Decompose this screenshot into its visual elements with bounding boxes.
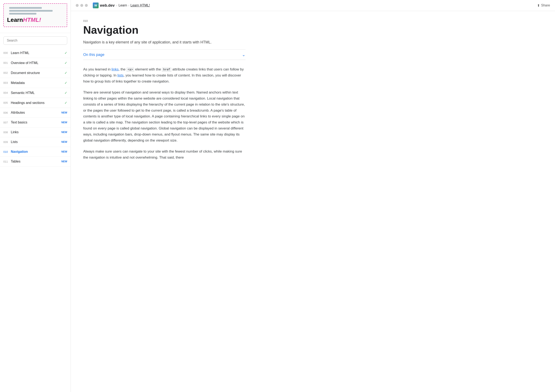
share-button[interactable]: ⬆ Share (537, 4, 550, 7)
nav-item-check-001: ✓ (65, 61, 67, 65)
nav-item-num-002: 002 (3, 71, 11, 74)
nav-item-004[interactable]: 004Semantic HTML✓ (0, 88, 71, 98)
nav-item-008[interactable]: 008LinksNEW (0, 128, 71, 137)
nav-item-007[interactable]: 007Text basicsNEW (0, 118, 71, 128)
nav-item-check-002: ✓ (65, 71, 67, 75)
nav-item-010[interactable]: 010NavigationNEW (0, 147, 71, 157)
nav-item-num-000: 000 (3, 51, 11, 54)
nav-item-label-006: Attributes (11, 111, 60, 114)
nav-item-009[interactable]: 009ListsNEW (0, 137, 71, 147)
nav-item-num-001: 001 (3, 61, 11, 64)
preview-line-1 (9, 7, 42, 9)
links-link[interactable]: links (111, 67, 119, 71)
search-box[interactable] (3, 36, 67, 45)
nav-item-badge-011: NEW (61, 160, 67, 163)
nav-item-num-004: 004 (3, 91, 11, 94)
webdev-logo-icon: W (93, 2, 99, 8)
logo-html-text: HTML! (23, 17, 41, 23)
nav-item-num-011: 011 (3, 160, 11, 163)
nav-item-000[interactable]: 000Learn HTML✓ (0, 48, 71, 58)
nav-item-label-003: Metadata (11, 81, 63, 85)
breadcrumb-current[interactable]: Learn HTML! (131, 4, 150, 7)
nav-item-label-008: Links (11, 130, 60, 134)
browser-controls (76, 4, 88, 7)
nav-item-num-009: 009 (3, 141, 11, 144)
preview-line-3 (9, 13, 37, 14)
href-attr-code: href (162, 68, 171, 72)
breadcrumb-sep-1: › (116, 4, 117, 7)
content-area: 010 Navigation Navigation is a key eleme… (71, 11, 258, 392)
nav-item-badge-008: NEW (61, 131, 67, 134)
top-nav-left: W web.dev › Learn › Learn HTML! (76, 2, 150, 8)
nav-item-label-002: Document structure (11, 71, 63, 75)
logo-preview: LearnHTML! (3, 3, 67, 27)
article-paragraph-2: There are several types of navigation an… (83, 90, 245, 144)
nav-item-label-011: Tables (11, 160, 60, 163)
browser-btn-minimize (80, 4, 83, 7)
nav-item-002[interactable]: 002Document structure✓ (0, 68, 71, 78)
nav-item-badge-009: NEW (61, 141, 67, 143)
nav-item-label-004: Semantic HTML (11, 91, 63, 95)
nav-item-006[interactable]: 006AttributesNEW (0, 108, 71, 118)
nav-item-num-007: 007 (3, 121, 11, 124)
logo-title: LearnHTML! (7, 17, 63, 23)
top-nav: W web.dev › Learn › Learn HTML! ⬆ Share (71, 0, 555, 11)
sidebar: LearnHTML! 000Learn HTML✓001Overview of … (0, 0, 71, 392)
article-body: As you learned in links, the <a> element… (83, 66, 245, 160)
nav-item-label-007: Text basics (11, 121, 60, 124)
lists-link[interactable]: lists (117, 73, 123, 77)
on-this-page-label: On this page (83, 53, 104, 57)
nav-item-001[interactable]: 001Overview of HTML✓ (0, 58, 71, 68)
nav-item-003[interactable]: 003Metadata✓ (0, 78, 71, 88)
article-paragraph-1: As you learned in links, the <a> element… (83, 66, 245, 85)
a-element-code: <a> (126, 68, 134, 72)
nav-item-check-005: ✓ (65, 101, 67, 105)
breadcrumb-sep-2: › (128, 4, 129, 7)
webdev-site-name: web.dev (100, 3, 115, 8)
breadcrumb-learn-link[interactable]: Learn (119, 4, 127, 7)
nav-list: 000Learn HTML✓001Overview of HTML✓002Doc… (0, 48, 71, 166)
share-label: Share (541, 4, 550, 7)
nav-item-num-005: 005 (3, 101, 11, 104)
chevron-down-icon: ⌄ (242, 52, 245, 57)
preview-line-2 (9, 10, 53, 12)
nav-item-check-000: ✓ (65, 51, 67, 55)
article-num: 010 (83, 19, 245, 22)
nav-item-label-001: Overview of HTML (11, 61, 63, 65)
nav-item-011[interactable]: 011TablesNEW (0, 157, 71, 166)
nav-item-num-003: 003 (3, 81, 11, 84)
nav-item-badge-007: NEW (61, 121, 67, 124)
article-subtitle: Navigation is a key element of any site … (83, 40, 245, 44)
nav-item-badge-010: NEW (61, 150, 67, 153)
nav-item-num-008: 008 (3, 131, 11, 134)
nav-item-label-010: Navigation (11, 150, 60, 154)
nav-item-label-009: Lists (11, 140, 60, 144)
article-paragraph-3: Always make sure users can navigate to y… (83, 149, 245, 161)
browser-btn-maximize (85, 4, 88, 7)
on-this-page-toggle[interactable]: On this page ⌄ (83, 50, 245, 60)
logo-learn-text: Learn (7, 17, 23, 23)
nav-item-005[interactable]: 005Headings and sections✓ (0, 98, 71, 108)
nav-item-label-000: Learn HTML (11, 51, 63, 55)
nav-item-num-010: 010 (3, 150, 11, 153)
nav-item-label-005: Headings and sections (11, 101, 63, 105)
search-input[interactable] (3, 36, 67, 45)
article-title: Navigation (83, 24, 245, 36)
nav-item-check-003: ✓ (65, 81, 67, 85)
breadcrumb: › Learn › Learn HTML! (116, 4, 150, 7)
sidebar-logo-area: LearnHTML! (0, 0, 71, 33)
nav-item-badge-006: NEW (61, 111, 67, 114)
webdev-logo[interactable]: W web.dev (93, 2, 115, 8)
browser-btn-close (76, 4, 79, 7)
share-icon: ⬆ (537, 4, 540, 7)
preview-lines (9, 7, 63, 14)
main-area: W web.dev › Learn › Learn HTML! ⬆ Share … (71, 0, 555, 392)
nav-item-num-006: 006 (3, 111, 11, 114)
nav-item-check-004: ✓ (65, 91, 67, 95)
